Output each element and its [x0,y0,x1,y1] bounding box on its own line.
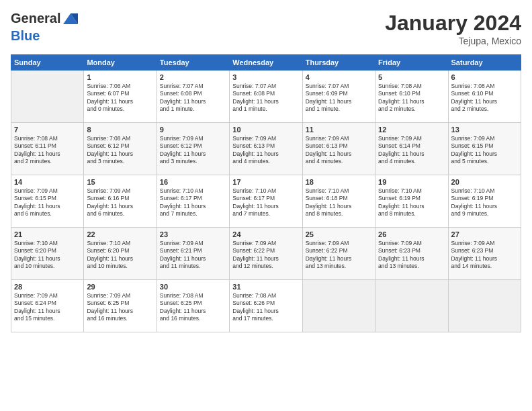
day-cell: 22Sunrise: 7:10 AM Sunset: 6:20 PM Dayli… [84,228,157,280]
week-row-2: 7Sunrise: 7:08 AM Sunset: 6:11 PM Daylig… [11,123,521,175]
day-info: Sunrise: 7:10 AM Sunset: 6:20 PM Dayligh… [14,240,81,271]
day-cell: 10Sunrise: 7:09 AM Sunset: 6:13 PM Dayli… [230,123,302,175]
day-cell: 27Sunrise: 7:09 AM Sunset: 6:23 PM Dayli… [448,228,521,280]
day-number: 6 [451,73,518,81]
day-number: 7 [14,126,81,134]
day-cell: 5Sunrise: 7:08 AM Sunset: 6:10 PM Daylig… [375,71,448,123]
day-cell: 26Sunrise: 7:09 AM Sunset: 6:23 PM Dayli… [375,228,448,280]
day-cell: 6Sunrise: 7:08 AM Sunset: 6:10 PM Daylig… [448,71,521,123]
day-cell: 12Sunrise: 7:09 AM Sunset: 6:14 PM Dayli… [375,123,448,175]
day-number: 29 [87,283,153,291]
header: General Blue January 2024 Tejupa, Mexico [11,11,521,46]
day-info: Sunrise: 7:08 AM Sunset: 6:26 PM Dayligh… [232,292,299,323]
day-cell: 24Sunrise: 7:09 AM Sunset: 6:22 PM Dayli… [230,228,302,280]
header-row: SundayMondayTuesdayWednesdayThursdayFrid… [11,55,521,71]
day-number: 25 [306,230,372,238]
day-number: 27 [451,230,518,238]
day-cell: 7Sunrise: 7:08 AM Sunset: 6:11 PM Daylig… [11,123,84,175]
day-number: 12 [378,126,445,134]
day-info: Sunrise: 7:07 AM Sunset: 6:08 PM Dayligh… [160,83,226,113]
day-number: 8 [87,126,153,134]
day-info: Sunrise: 7:07 AM Sunset: 6:08 PM Dayligh… [232,83,299,113]
day-info: Sunrise: 7:10 AM Sunset: 6:20 PM Dayligh… [87,240,153,271]
day-number: 16 [160,178,226,186]
calendar-table: SundayMondayTuesdayWednesdayThursdayFrid… [11,54,521,332]
day-cell: 29Sunrise: 7:09 AM Sunset: 6:25 PM Dayli… [84,280,157,332]
day-number: 13 [451,126,518,134]
day-cell: 15Sunrise: 7:09 AM Sunset: 6:16 PM Dayli… [84,175,157,228]
day-number: 20 [451,178,518,186]
day-cell: 3Sunrise: 7:07 AM Sunset: 6:08 PM Daylig… [230,71,302,123]
day-cell: 11Sunrise: 7:09 AM Sunset: 6:13 PM Dayli… [302,123,375,175]
day-info: Sunrise: 7:07 AM Sunset: 6:09 PM Dayligh… [306,83,372,113]
day-info: Sunrise: 7:08 AM Sunset: 6:11 PM Dayligh… [14,135,81,166]
day-info: Sunrise: 7:09 AM Sunset: 6:23 PM Dayligh… [378,240,445,271]
day-info: Sunrise: 7:09 AM Sunset: 6:12 PM Dayligh… [160,135,226,166]
col-header-wednesday: Wednesday [230,55,302,71]
col-header-saturday: Saturday [448,55,521,71]
day-number: 2 [160,73,226,81]
day-info: Sunrise: 7:08 AM Sunset: 6:12 PM Dayligh… [87,135,153,166]
day-number: 21 [14,230,81,238]
col-header-monday: Monday [84,55,157,71]
day-cell: 9Sunrise: 7:09 AM Sunset: 6:12 PM Daylig… [157,123,229,175]
day-number: 15 [87,178,153,186]
day-info: Sunrise: 7:09 AM Sunset: 6:23 PM Dayligh… [451,240,518,271]
day-info: Sunrise: 7:09 AM Sunset: 6:22 PM Dayligh… [306,240,372,271]
day-number: 24 [232,230,299,238]
title-block: January 2024 Tejupa, Mexico [385,11,521,46]
day-number: 19 [378,178,445,186]
day-info: Sunrise: 7:09 AM Sunset: 6:13 PM Dayligh… [306,135,372,166]
day-cell: 21Sunrise: 7:10 AM Sunset: 6:20 PM Dayli… [11,228,84,280]
week-row-4: 21Sunrise: 7:10 AM Sunset: 6:20 PM Dayli… [11,228,521,280]
day-cell [11,71,84,123]
day-info: Sunrise: 7:09 AM Sunset: 6:13 PM Dayligh… [232,135,299,166]
day-cell: 16Sunrise: 7:10 AM Sunset: 6:17 PM Dayli… [157,175,229,228]
day-info: Sunrise: 7:08 AM Sunset: 6:10 PM Dayligh… [451,83,518,113]
day-number: 14 [14,178,81,186]
day-info: Sunrise: 7:10 AM Sunset: 6:17 PM Dayligh… [232,187,299,218]
day-cell: 18Sunrise: 7:10 AM Sunset: 6:18 PM Dayli… [302,175,375,228]
day-number: 11 [306,126,372,134]
day-cell: 30Sunrise: 7:08 AM Sunset: 6:25 PM Dayli… [157,280,229,332]
day-number: 22 [87,230,153,238]
day-cell: 8Sunrise: 7:08 AM Sunset: 6:12 PM Daylig… [84,123,157,175]
location: Tejupa, Mexico [385,36,521,46]
page-container: General Blue January 2024 Tejupa, Mexico… [0,0,532,338]
day-cell: 14Sunrise: 7:09 AM Sunset: 6:15 PM Dayli… [11,175,84,228]
day-info: Sunrise: 7:08 AM Sunset: 6:25 PM Dayligh… [160,292,226,323]
day-info: Sunrise: 7:10 AM Sunset: 6:19 PM Dayligh… [378,187,445,218]
day-cell: 1Sunrise: 7:06 AM Sunset: 6:07 PM Daylig… [84,71,157,123]
day-number: 10 [232,126,299,134]
logo-icon [62,11,79,28]
day-number: 9 [160,126,226,134]
day-number: 31 [232,283,299,291]
day-number: 18 [306,178,372,186]
logo-general: General [11,11,60,26]
day-info: Sunrise: 7:09 AM Sunset: 6:16 PM Dayligh… [87,187,153,218]
week-row-5: 28Sunrise: 7:09 AM Sunset: 6:24 PM Dayli… [11,280,521,332]
day-cell: 23Sunrise: 7:09 AM Sunset: 6:21 PM Dayli… [157,228,229,280]
day-info: Sunrise: 7:10 AM Sunset: 6:17 PM Dayligh… [160,187,226,218]
day-number: 26 [378,230,445,238]
logo: General Blue [11,11,79,43]
day-number: 3 [232,73,299,81]
day-number: 28 [14,283,81,291]
day-number: 5 [378,73,445,81]
day-info: Sunrise: 7:09 AM Sunset: 6:14 PM Dayligh… [378,135,445,166]
col-header-friday: Friday [375,55,448,71]
col-header-thursday: Thursday [302,55,375,71]
day-number: 30 [160,283,226,291]
day-cell: 17Sunrise: 7:10 AM Sunset: 6:17 PM Dayli… [230,175,302,228]
day-number: 17 [232,178,299,186]
day-cell [302,280,375,332]
day-cell: 25Sunrise: 7:09 AM Sunset: 6:22 PM Dayli… [302,228,375,280]
logo-blue: Blue [11,28,79,43]
day-info: Sunrise: 7:09 AM Sunset: 6:22 PM Dayligh… [232,240,299,271]
day-info: Sunrise: 7:10 AM Sunset: 6:19 PM Dayligh… [451,187,518,218]
col-header-sunday: Sunday [11,55,84,71]
day-cell: 28Sunrise: 7:09 AM Sunset: 6:24 PM Dayli… [11,280,84,332]
day-cell: 13Sunrise: 7:09 AM Sunset: 6:15 PM Dayli… [448,123,521,175]
day-cell [375,280,448,332]
month-title: January 2024 [385,11,521,36]
